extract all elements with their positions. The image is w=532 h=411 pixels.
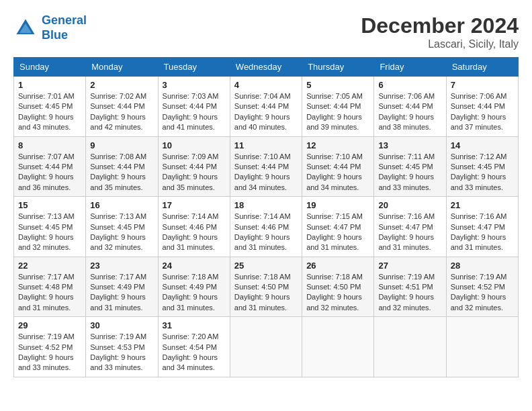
- calendar-cell: 2Sunrise: 7:02 AMSunset: 4:44 PMDaylight…: [86, 77, 158, 137]
- calendar-cell: 6Sunrise: 7:06 AMSunset: 4:44 PMDaylight…: [374, 77, 446, 137]
- day-number: 22: [18, 261, 81, 271]
- day-number: 14: [451, 140, 514, 150]
- day-number: 4: [234, 80, 298, 90]
- calendar-cell: 25Sunrise: 7:18 AMSunset: 4:50 PMDayligh…: [230, 257, 302, 317]
- day-info: Sunrise: 7:14 AMSunset: 4:46 PMDaylight:…: [163, 212, 226, 253]
- day-number: 16: [90, 200, 153, 210]
- calendar-cell: 9Sunrise: 7:08 AMSunset: 4:44 PMDaylight…: [86, 136, 158, 197]
- day-info: Sunrise: 7:03 AMSunset: 4:44 PMDaylight:…: [163, 91, 226, 133]
- location: Lascari, Sicily, Italy: [361, 38, 519, 50]
- calendar-cell: 1Sunrise: 7:01 AMSunset: 4:45 PMDaylight…: [14, 77, 86, 137]
- day-number: 15: [18, 200, 81, 210]
- day-number: 7: [451, 80, 514, 90]
- calendar-cell: 5Sunrise: 7:05 AMSunset: 4:44 PMDaylight…: [302, 77, 374, 137]
- calendar-cell: 27Sunrise: 7:19 AMSunset: 4:51 PMDayligh…: [374, 257, 446, 317]
- day-info: Sunrise: 7:19 AMSunset: 4:51 PMDaylight:…: [378, 272, 441, 314]
- day-info: Sunrise: 7:01 AMSunset: 4:45 PMDaylight:…: [18, 91, 81, 133]
- day-info: Sunrise: 7:18 AMSunset: 4:50 PMDaylight:…: [306, 272, 369, 314]
- calendar-table: SundayMondayTuesdayWednesdayThursdayFrid…: [13, 57, 519, 377]
- calendar-cell: 15Sunrise: 7:13 AMSunset: 4:45 PMDayligh…: [14, 197, 86, 257]
- calendar-cell: 16Sunrise: 7:13 AMSunset: 4:45 PMDayligh…: [86, 197, 158, 257]
- weekday-header: Wednesday: [230, 58, 302, 77]
- day-info: Sunrise: 7:19 AMSunset: 4:53 PMDaylight:…: [90, 332, 153, 373]
- calendar-cell: 7Sunrise: 7:06 AMSunset: 4:44 PMDaylight…: [446, 77, 518, 137]
- title-block: December 2024 Lascari, Sicily, Italy: [361, 13, 519, 50]
- page-header: General Blue December 2024 Lascari, Sici…: [13, 13, 519, 50]
- day-info: Sunrise: 7:11 AMSunset: 4:45 PMDaylight:…: [378, 152, 441, 193]
- calendar-cell: [230, 317, 302, 377]
- weekday-header: Sunday: [14, 58, 86, 77]
- day-number: 25: [234, 261, 298, 271]
- day-number: 12: [306, 140, 369, 150]
- calendar-cell: 26Sunrise: 7:18 AMSunset: 4:50 PMDayligh…: [302, 257, 374, 317]
- day-info: Sunrise: 7:08 AMSunset: 4:44 PMDaylight:…: [90, 152, 153, 193]
- logo-text: General Blue: [42, 13, 87, 42]
- day-info: Sunrise: 7:19 AMSunset: 4:52 PMDaylight:…: [451, 272, 514, 314]
- day-number: 19: [306, 200, 369, 210]
- calendar-body: 1Sunrise: 7:01 AMSunset: 4:45 PMDaylight…: [14, 77, 519, 377]
- calendar-week-row: 15Sunrise: 7:13 AMSunset: 4:45 PMDayligh…: [14, 197, 519, 257]
- calendar-cell: [446, 317, 518, 377]
- calendar-cell: 17Sunrise: 7:14 AMSunset: 4:46 PMDayligh…: [158, 197, 230, 257]
- day-info: Sunrise: 7:16 AMSunset: 4:47 PMDaylight:…: [378, 212, 441, 253]
- calendar-cell: 19Sunrise: 7:15 AMSunset: 4:47 PMDayligh…: [302, 197, 374, 257]
- calendar-cell: 24Sunrise: 7:18 AMSunset: 4:49 PMDayligh…: [158, 257, 230, 317]
- day-info: Sunrise: 7:10 AMSunset: 4:44 PMDaylight:…: [234, 152, 298, 193]
- day-info: Sunrise: 7:18 AMSunset: 4:50 PMDaylight:…: [234, 272, 298, 314]
- weekday-header: Tuesday: [158, 58, 230, 77]
- day-number: 2: [90, 80, 153, 90]
- weekday-header-row: SundayMondayTuesdayWednesdayThursdayFrid…: [14, 58, 519, 77]
- calendar-cell: 8Sunrise: 7:07 AMSunset: 4:44 PMDaylight…: [14, 136, 86, 197]
- day-info: Sunrise: 7:07 AMSunset: 4:44 PMDaylight:…: [18, 152, 81, 193]
- calendar-cell: 31Sunrise: 7:20 AMSunset: 4:54 PMDayligh…: [158, 317, 230, 377]
- day-info: Sunrise: 7:17 AMSunset: 4:49 PMDaylight:…: [90, 272, 153, 314]
- day-number: 9: [90, 140, 153, 150]
- calendar-cell: 13Sunrise: 7:11 AMSunset: 4:45 PMDayligh…: [374, 136, 446, 197]
- day-number: 30: [90, 320, 153, 330]
- day-info: Sunrise: 7:06 AMSunset: 4:44 PMDaylight:…: [378, 91, 441, 133]
- calendar-cell: 4Sunrise: 7:04 AMSunset: 4:44 PMDaylight…: [230, 77, 302, 137]
- day-info: Sunrise: 7:05 AMSunset: 4:44 PMDaylight:…: [306, 91, 369, 133]
- calendar-cell: 20Sunrise: 7:16 AMSunset: 4:47 PMDayligh…: [374, 197, 446, 257]
- logo: General Blue: [13, 13, 87, 42]
- logo-icon: [13, 16, 38, 40]
- calendar-cell: [302, 317, 374, 377]
- day-number: 26: [306, 261, 369, 271]
- day-number: 13: [378, 140, 441, 150]
- day-number: 17: [163, 200, 226, 210]
- day-info: Sunrise: 7:19 AMSunset: 4:52 PMDaylight:…: [18, 332, 81, 373]
- calendar-cell: 30Sunrise: 7:19 AMSunset: 4:53 PMDayligh…: [86, 317, 158, 377]
- calendar-cell: 18Sunrise: 7:14 AMSunset: 4:46 PMDayligh…: [230, 197, 302, 257]
- day-number: 27: [378, 261, 441, 271]
- day-info: Sunrise: 7:09 AMSunset: 4:44 PMDaylight:…: [163, 152, 226, 193]
- day-info: Sunrise: 7:14 AMSunset: 4:46 PMDaylight:…: [234, 212, 298, 253]
- day-info: Sunrise: 7:10 AMSunset: 4:44 PMDaylight:…: [306, 152, 369, 193]
- day-number: 24: [163, 261, 226, 271]
- day-info: Sunrise: 7:13 AMSunset: 4:45 PMDaylight:…: [18, 212, 81, 253]
- day-number: 8: [18, 140, 81, 150]
- day-number: 18: [234, 200, 298, 210]
- calendar-cell: 12Sunrise: 7:10 AMSunset: 4:44 PMDayligh…: [302, 136, 374, 197]
- day-info: Sunrise: 7:18 AMSunset: 4:49 PMDaylight:…: [163, 272, 226, 314]
- day-number: 29: [18, 320, 81, 330]
- day-info: Sunrise: 7:04 AMSunset: 4:44 PMDaylight:…: [234, 91, 298, 133]
- day-info: Sunrise: 7:06 AMSunset: 4:44 PMDaylight:…: [451, 91, 514, 133]
- day-number: 10: [163, 140, 226, 150]
- day-info: Sunrise: 7:13 AMSunset: 4:45 PMDaylight:…: [90, 212, 153, 253]
- calendar-cell: 11Sunrise: 7:10 AMSunset: 4:44 PMDayligh…: [230, 136, 302, 197]
- calendar-cell: [374, 317, 446, 377]
- day-info: Sunrise: 7:17 AMSunset: 4:48 PMDaylight:…: [18, 272, 81, 314]
- calendar-week-row: 8Sunrise: 7:07 AMSunset: 4:44 PMDaylight…: [14, 136, 519, 197]
- calendar-cell: 23Sunrise: 7:17 AMSunset: 4:49 PMDayligh…: [86, 257, 158, 317]
- day-number: 11: [234, 140, 298, 150]
- weekday-header: Saturday: [446, 58, 518, 77]
- day-number: 3: [163, 80, 226, 90]
- month-title: December 2024: [361, 13, 519, 38]
- day-number: 31: [163, 320, 226, 330]
- calendar-week-row: 29Sunrise: 7:19 AMSunset: 4:52 PMDayligh…: [14, 317, 519, 377]
- day-info: Sunrise: 7:16 AMSunset: 4:47 PMDaylight:…: [451, 212, 514, 253]
- day-info: Sunrise: 7:20 AMSunset: 4:54 PMDaylight:…: [163, 332, 226, 373]
- weekday-header: Monday: [86, 58, 158, 77]
- day-number: 20: [378, 200, 441, 210]
- calendar-cell: 14Sunrise: 7:12 AMSunset: 4:45 PMDayligh…: [446, 136, 518, 197]
